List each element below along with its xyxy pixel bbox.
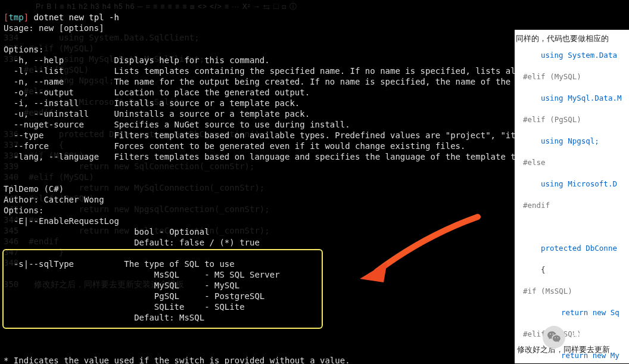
tpl-header: TplDemo (C#) [4,184,64,194]
highlight-sqltype-box [2,249,323,329]
wechat-icon [543,326,565,349]
wechat-watermark: 追逐时光者 [543,326,622,349]
footer-note: * Indicates the value used if the switch… [4,356,350,364]
options-header: Options: [4,45,43,54]
tpl-opt-enablerequestlog: -E|--EnableRequestLog [4,216,119,226]
right-panel: 同样的，代码也要做相应的 using System.Data #elif (My… [515,30,629,363]
right-panel-text-top: 同样的，代码也要做相应的 [515,30,629,50]
prompt-line: [tmp] dotnet new tpl -h [4,13,119,22]
arrow-annotation-icon [353,212,484,290]
svg-marker-0 [360,262,387,282]
wechat-account-name: 追逐时光者 [571,332,622,343]
tpl-author: Author: Catcher Wong [4,195,104,204]
tpl-options-header: Options: [4,206,43,215]
usage-line: Usage: new [options] [4,23,104,33]
right-panel-code: using System.Data #elif (MySQL) using My… [515,50,629,364]
